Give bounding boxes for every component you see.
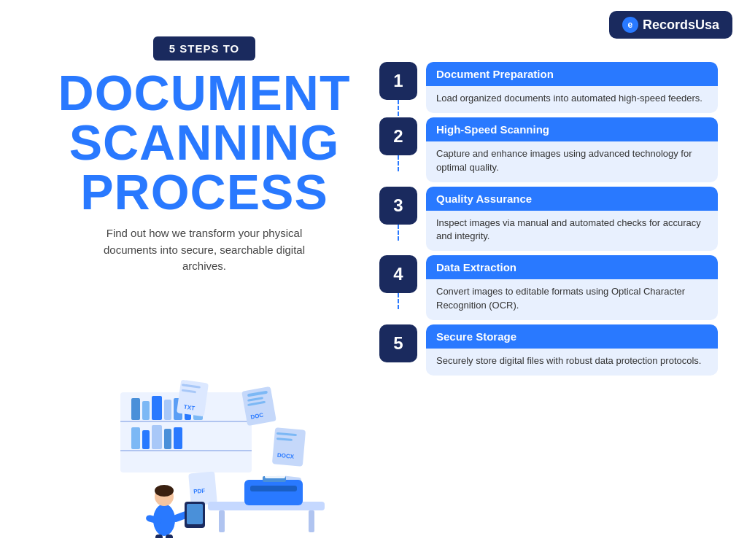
step-card-2: High-Speed ScanningCapture and enhance i… (426, 117, 718, 182)
logo-text: RecordsUsa (643, 18, 719, 33)
step-card-body-1: Load organized documents into automated … (426, 86, 718, 113)
steps-list: 1Document PreparationLoad organized docu… (379, 62, 718, 376)
step-number-4: 4 (379, 255, 417, 293)
num-connector-4: 4 (379, 255, 417, 309)
step-card-header-5: Secure Storage (426, 324, 718, 349)
svg-rect-10 (131, 427, 140, 449)
connector-line-1 (398, 100, 399, 116)
svg-rect-33 (219, 510, 225, 532)
step-card-body-5: Securely store digital files with robust… (426, 349, 718, 376)
main-title: DOCUMENT SCANNING PROCESS (36, 68, 372, 217)
title-line1: DOCUMENT (36, 68, 372, 117)
connector-line-2 (398, 155, 399, 171)
svg-rect-13 (164, 429, 171, 449)
step-card-body-2: Capture and enhance images using advance… (426, 141, 718, 182)
step-entry-1: 1Document PreparationLoad organized docu… (379, 62, 718, 117)
svg-rect-48 (187, 504, 203, 524)
svg-rect-3 (131, 398, 140, 420)
step-entry-2: 2High-Speed ScanningCapture and enhance … (379, 117, 718, 187)
title-line2: SCANNING (36, 117, 372, 167)
step-number-3: 3 (379, 187, 417, 225)
logo-icon: e (622, 17, 638, 33)
svg-point-41 (155, 485, 174, 497)
svg-rect-6 (164, 400, 171, 420)
svg-rect-11 (142, 430, 150, 449)
step-card-header-1: Document Preparation (426, 62, 718, 86)
svg-rect-36 (250, 486, 297, 491)
step-number-2: 2 (379, 117, 417, 155)
step-card-5: Secure StorageSecurely store digital fil… (426, 324, 718, 376)
step-card-4: Data ExtractionConvert images to editabl… (426, 255, 718, 320)
svg-rect-4 (142, 401, 150, 420)
step-card-body-4: Convert images to editable formats using… (426, 279, 718, 320)
subtitle: Find out how we transform your physical … (88, 225, 321, 275)
svg-rect-35 (244, 480, 303, 505)
step-card-3: Quality AssuranceInspect images via manu… (426, 187, 718, 252)
num-connector-2: 2 (379, 117, 417, 171)
steps-badge: 5 STEPS TO (153, 36, 255, 61)
logo-icon-letter: e (628, 20, 633, 30)
svg-rect-5 (152, 396, 162, 420)
num-connector-1: 1 (379, 62, 417, 116)
step-card-header-3: Quality Assurance (426, 187, 718, 211)
svg-rect-34 (309, 510, 314, 532)
num-connector-5: 5 (379, 324, 417, 362)
step-number-5: 5 (379, 324, 417, 362)
step-card-1: Document PreparationLoad organized docum… (426, 62, 718, 113)
page-container: e RecordsUsa 5 STEPS TO DOCUMENT SCANNIN… (0, 0, 747, 560)
step-entry-4: 4Data ExtractionConvert images to editab… (379, 255, 718, 324)
right-panel: 1Document PreparationLoad organized docu… (372, 22, 725, 545)
svg-text:PDF: PDF (193, 487, 206, 494)
step-card-header-2: High-Speed Scanning (426, 117, 718, 141)
step-entry-5: 5Secure StorageSecurely store digital fi… (379, 324, 718, 376)
step-entry-3: 3Quality AssuranceInspect images via man… (379, 187, 718, 256)
svg-rect-14 (174, 427, 182, 449)
illustration: DOC TXT DOCX PDF XLS (36, 289, 372, 546)
connector-line-4 (398, 293, 399, 309)
left-panel: 5 STEPS TO DOCUMENT SCANNING PROCESS Fin… (22, 22, 372, 545)
illustration-svg: DOC TXT DOCX PDF XLS (77, 378, 332, 538)
step-number-1: 1 (379, 62, 417, 100)
svg-rect-12 (152, 425, 162, 449)
step-card-header-4: Data Extraction (426, 255, 718, 279)
connector-line-3 (398, 225, 399, 241)
svg-rect-38 (265, 471, 285, 478)
num-connector-3: 3 (379, 187, 417, 241)
title-line3: PROCESS (36, 167, 372, 217)
logo-container: e RecordsUsa (609, 11, 732, 39)
step-card-body-3: Inspect images via manual and automated … (426, 211, 718, 252)
